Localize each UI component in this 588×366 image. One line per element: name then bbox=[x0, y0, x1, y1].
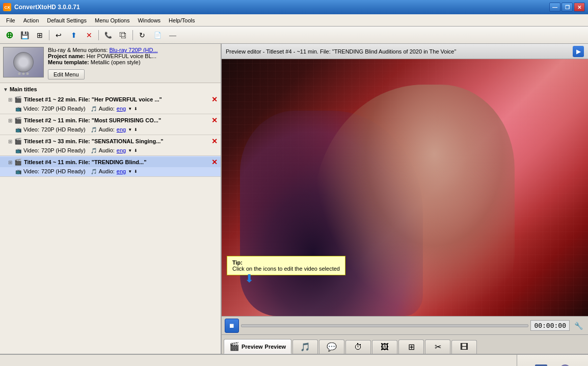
tab-slideshow[interactable]: 🖼 bbox=[372, 340, 397, 354]
chapters-tab-icon: ⏱ bbox=[354, 343, 362, 352]
bluray-options-line: Blu-ray & Menu options: Blu-ray 720P (HD… bbox=[48, 47, 218, 53]
edit-menu-button[interactable]: Edit Menu bbox=[48, 69, 85, 80]
up-button[interactable]: ⬆ bbox=[67, 28, 81, 42]
ts4-expand[interactable]: ⊞ bbox=[8, 160, 12, 165]
ts3-audio-dropdown[interactable]: ▼ bbox=[128, 148, 132, 153]
menu-help-tools[interactable]: Help/Tools bbox=[165, 16, 199, 24]
section-label: Main titles bbox=[10, 86, 37, 92]
settings-icon[interactable]: 🔧 bbox=[572, 319, 585, 332]
remove-button[interactable]: ✕ bbox=[82, 28, 96, 42]
ts2-audio-dropdown[interactable]: ▼ bbox=[128, 127, 132, 132]
controls-bar: ⏹ 00:00:00 🔧 bbox=[222, 316, 588, 334]
menu-template-label: Menu template: bbox=[48, 59, 89, 65]
restore-button[interactable]: ❐ bbox=[562, 3, 573, 12]
dot-3 bbox=[26, 72, 29, 75]
ts3-audio-lang[interactable]: eng bbox=[117, 147, 126, 153]
titleset-1-header[interactable]: ⊞ 🎬 Titleset #1 ~ 22 min. File: "Her POW… bbox=[0, 94, 221, 104]
ts3-extra-dropdown[interactable]: ⬇ bbox=[134, 148, 138, 153]
toolbar: ⊕ 💾 ⊞ ↩ ⬆ ✕ 📞 ⿻ ↻ 📄 — bbox=[0, 27, 588, 44]
menu-file[interactable]: File bbox=[2, 16, 19, 24]
titleset-4-meta: 📺 Video: 720P (HD Ready) 🎵 Audio: eng ▼ … bbox=[0, 167, 221, 175]
ts1-video-label: Video: bbox=[23, 106, 39, 112]
convert-section[interactable]: 🎞 ➤ Convert bbox=[517, 355, 588, 366]
preview-next-button[interactable]: ▶ bbox=[573, 46, 584, 57]
refresh-button[interactable]: ↻ bbox=[135, 28, 149, 42]
save-button[interactable]: 💾 bbox=[17, 28, 32, 42]
encoding-info: Selected Encoding option setting gives: … bbox=[0, 355, 517, 366]
ts3-expand[interactable]: ⊞ bbox=[8, 139, 12, 144]
phone-button[interactable]: 📞 bbox=[101, 28, 115, 42]
minimize-button[interactable]: — bbox=[549, 3, 560, 12]
window-controls: — ❐ ✕ bbox=[549, 3, 585, 12]
split-button[interactable]: ⊞ bbox=[33, 28, 47, 42]
titleset-2-name: Titleset #2 ~ 11 min. File: "Most SURPRI… bbox=[24, 117, 209, 123]
titleset-4-header[interactable]: ⊞ 🎬 Titleset #4 ~ 11 min. File: "TRENDIN… bbox=[0, 157, 221, 167]
tab-film[interactable]: 🎞 bbox=[451, 340, 477, 354]
tab-subtitles[interactable]: 💬 bbox=[319, 339, 344, 354]
undo-button[interactable]: ↩ bbox=[51, 28, 66, 42]
ts1-expand[interactable]: ⊞ bbox=[8, 97, 12, 102]
ts1-audio-lang[interactable]: eng bbox=[117, 106, 126, 112]
dup-button[interactable]: ⿻ bbox=[116, 28, 130, 42]
titleset-1-meta: 📺 Video: 720P (HD Ready) 🎵 Audio: eng ▼ … bbox=[0, 104, 221, 113]
ts1-remove-button[interactable]: ✕ bbox=[211, 95, 218, 103]
ts2-icon: 🎬 bbox=[14, 117, 22, 124]
menu-menu-options[interactable]: Menu Options bbox=[91, 16, 133, 24]
menu-windows[interactable]: Windows bbox=[133, 16, 165, 24]
preview-tab-text: Preview bbox=[265, 344, 286, 350]
titleset-4-name: Titleset #4 ~ 11 min. File: "TRENDING Bl… bbox=[24, 159, 209, 165]
tip-arrow-icon: ⬇ bbox=[245, 272, 254, 285]
title-bar: CX ConvertXtoHD 3.0.0.71 — ❐ ✕ bbox=[0, 0, 588, 14]
ts4-audio-label: Audio: bbox=[99, 168, 115, 174]
tab-preview[interactable]: 🎬 Preview Preview bbox=[224, 339, 291, 354]
ts1-icon: 🎬 bbox=[14, 96, 22, 103]
stop-button[interactable]: ⏹ bbox=[225, 319, 239, 333]
audio-tab-icon: 🎵 bbox=[300, 342, 310, 352]
titleset-1-item: ⊞ 🎬 Titleset #1 ~ 22 min. File: "Her POW… bbox=[0, 93, 221, 114]
ts3-icon: 🎬 bbox=[14, 138, 22, 145]
ts2-video-value: 720P (HD Ready) bbox=[41, 126, 86, 133]
tip-text: Click on the icons to edit the video sel… bbox=[232, 266, 340, 272]
ts4-video-icon: 📺 bbox=[15, 169, 21, 174]
ts4-audio-dropdown[interactable]: ▼ bbox=[128, 169, 132, 174]
menu-default-settings[interactable]: Default Settings bbox=[43, 16, 91, 24]
project-info: Blu-ray & Menu options: Blu-ray 720P (HD… bbox=[0, 44, 221, 83]
project-thumbnail bbox=[3, 47, 44, 77]
bluray-options-prefix: Blu-ray & Menu options: bbox=[48, 47, 109, 53]
section-toggle[interactable]: ▼ bbox=[3, 87, 8, 92]
tab-audio[interactable]: 🎵 bbox=[292, 339, 318, 354]
progress-bar[interactable] bbox=[241, 324, 528, 327]
titleset-2-header[interactable]: ⊞ 🎬 Titleset #2 ~ 11 min. File: "Most SU… bbox=[0, 115, 221, 125]
menu-action[interactable]: Action bbox=[19, 16, 43, 24]
preview-header: Preview editor - Titleset #4 - ~11 min. … bbox=[222, 44, 588, 59]
close-button[interactable]: ✕ bbox=[574, 3, 585, 12]
ts4-remove-button[interactable]: ✕ bbox=[211, 158, 218, 166]
ts2-remove-button[interactable]: ✕ bbox=[211, 116, 218, 124]
ts4-audio-lang[interactable]: eng bbox=[117, 168, 126, 174]
titleset-3-item: ⊞ 🎬 Titleset #3 ~ 33 min. File: "SENSATI… bbox=[0, 135, 221, 156]
ts1-video-value: 720P (HD Ready) bbox=[41, 106, 86, 112]
ts4-extra-dropdown[interactable]: ⬇ bbox=[134, 169, 138, 174]
ts4-video-value: 720P (HD Ready) bbox=[41, 168, 86, 174]
tab-chapters[interactable]: ⏱ bbox=[345, 340, 371, 354]
tab-cut[interactable]: ✂ bbox=[425, 339, 450, 354]
main-titles-header: ▼ Main titles bbox=[0, 85, 221, 93]
add-button[interactable]: ⊕ bbox=[2, 28, 16, 42]
ts3-remove-button[interactable]: ✕ bbox=[211, 137, 218, 145]
dot-2 bbox=[22, 72, 25, 75]
titleset-2-item: ⊞ 🎬 Titleset #2 ~ 11 min. File: "Most SU… bbox=[0, 114, 221, 135]
ts2-extra-dropdown[interactable]: ⬇ bbox=[134, 127, 138, 132]
titleset-3-header[interactable]: ⊞ 🎬 Titleset #3 ~ 33 min. File: "SENSATI… bbox=[0, 136, 221, 146]
doc-button[interactable]: 📄 bbox=[150, 28, 165, 42]
ts2-audio-lang[interactable]: eng bbox=[117, 126, 126, 133]
dash-button[interactable]: — bbox=[166, 28, 180, 42]
tab-resize[interactable]: ⊞ bbox=[398, 339, 424, 354]
ts2-expand[interactable]: ⊞ bbox=[8, 118, 12, 123]
ts1-audio-dropdown[interactable]: ▼ bbox=[128, 107, 132, 111]
right-panel: Preview editor - Titleset #4 - ~11 min. … bbox=[222, 44, 588, 354]
bluray-link[interactable]: Blu-ray 720P (HD... bbox=[109, 47, 157, 53]
ts1-audio-label: Audio: bbox=[99, 106, 115, 112]
separator-2 bbox=[98, 30, 99, 40]
ts1-extra-dropdown[interactable]: ⬇ bbox=[134, 107, 138, 111]
dot-1 bbox=[18, 72, 21, 75]
